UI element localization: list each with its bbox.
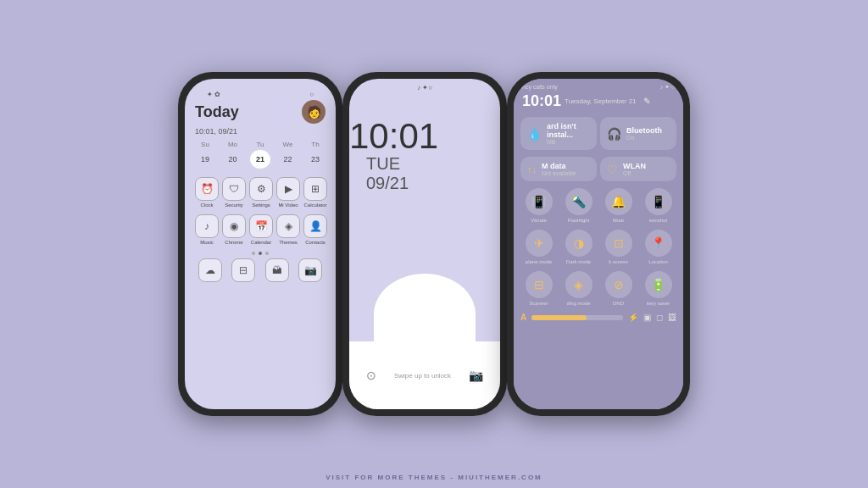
lock-date-num: 09/21 xyxy=(349,174,409,193)
lock-blob xyxy=(374,274,476,341)
qs-darkmode[interactable]: ◑ Dark mode xyxy=(560,230,597,264)
app-themes-icon: ◈ xyxy=(276,214,300,238)
lockscreen-icon: ⊡ xyxy=(605,230,632,257)
qs-scanner[interactable]: ⊟ Scanner xyxy=(520,271,557,306)
reading-icon: ◈ xyxy=(565,271,593,298)
qs-vibrate[interactable]: 📳 Vibrate xyxy=(520,188,557,223)
qs-icons-grid-1: 📳 Vibrate 🔦 Flashlight 🔔 Mute 📱 eenshot xyxy=(514,185,683,226)
app-clock[interactable]: ⏰ Clock xyxy=(195,177,219,208)
app-security-label: Security xyxy=(225,202,243,208)
qs-time-value: 10:01 xyxy=(522,92,561,110)
qs-location[interactable]: 📍 Location xyxy=(640,230,676,264)
app-gallery[interactable]: 🏔 xyxy=(262,258,292,282)
brightness-bar[interactable] xyxy=(531,315,623,320)
cal-day-20[interactable]: 20 xyxy=(223,150,243,169)
qs-tile-row-1: 💧 ard isn't instal... MB 🎧 Bluetooth On xyxy=(514,114,683,153)
app-files[interactable]: ⊟ xyxy=(229,258,259,282)
qs-flashlight[interactable]: 🔦 Flashlight xyxy=(560,188,597,223)
cal-day-19[interactable]: 19 xyxy=(195,150,215,169)
app-chrome-label: Chrome xyxy=(225,240,242,245)
airplane-icon: ✈ xyxy=(526,230,553,257)
app-music[interactable]: ♪ Music xyxy=(195,214,219,245)
cal-header-th: Th xyxy=(305,141,326,148)
qs-date-full: Tuesday, September 21 xyxy=(565,97,637,105)
bottom-icon-4[interactable]: 🖼 xyxy=(668,313,676,322)
today-title: Today xyxy=(195,103,239,121)
cal-day-21[interactable]: 21 xyxy=(250,150,270,169)
app-security[interactable]: 🛡 Security xyxy=(222,177,246,208)
app-camera[interactable]: 📷 xyxy=(296,258,326,282)
page-dots xyxy=(195,252,326,255)
app-contacts-label: Contacts xyxy=(305,240,326,245)
app-gallery-icon: 🏔 xyxy=(265,258,289,282)
screenshot-icon: 📱 xyxy=(645,188,672,215)
brightness-fill xyxy=(531,315,587,320)
cal-day-23[interactable]: 23 xyxy=(305,150,326,169)
qs-screenshot[interactable]: 📱 eenshot xyxy=(640,188,676,223)
calendar-headers: Su Mo Tu We Th xyxy=(195,141,326,148)
drop-icon: 💧 xyxy=(527,127,542,141)
qs-tile-bluetooth-disabled[interactable]: 💧 ard isn't instal... MB xyxy=(520,117,597,150)
cal-day-22[interactable]: 22 xyxy=(278,150,298,169)
app-chrome[interactable]: ◉ Chrome xyxy=(222,214,246,245)
qs-dnd[interactable]: ⊘ DND xyxy=(600,271,637,306)
camera-lock-icon[interactable]: ⊙ xyxy=(366,369,376,382)
status-bar-2: ♪ ✦ ○ xyxy=(405,79,444,93)
app-files-icon: ⊟ xyxy=(231,258,255,282)
camera-icon[interactable]: 📷 xyxy=(469,369,483,382)
qs-edit-icon[interactable]: ✎ xyxy=(643,97,650,106)
app-contacts-icon: 👤 xyxy=(303,214,327,238)
app-grid-row1: ⏰ Clock 🛡 Security ⚙ Settings ▶ Mi Video xyxy=(195,177,326,208)
qs-tile-2-sub: On xyxy=(626,135,662,141)
qs-battery-saver[interactable]: 🔋 itery saver xyxy=(640,271,676,306)
phone-2: ♪ ✦ ○ 10:01 TUE 09/21 ⊙ Swipe up to unlo… xyxy=(342,72,507,416)
app-calculator[interactable]: ⊞ Calculator xyxy=(303,177,327,208)
app-contacts[interactable]: 👤 Contacts xyxy=(303,214,327,245)
qs-reading[interactable]: ◈ ding mode xyxy=(560,271,597,306)
bottom-icon-1[interactable]: ⚡ xyxy=(628,313,638,322)
qs-lockscreen[interactable]: ⊡ k screen xyxy=(600,230,637,264)
qs-mute[interactable]: 🔔 Mute xyxy=(600,188,637,223)
app-cloud[interactable]: ☁ xyxy=(195,258,225,282)
qs-icons-grid-2: ✈ plane mode ◑ Dark mode ⊡ k screen 📍 Lo… xyxy=(514,226,683,268)
qs-tile-mobile-data[interactable]: ↑↓ M data Not available xyxy=(520,157,597,181)
qs-tile-2-label: Bluetooth xyxy=(626,126,662,135)
app-clock-label: Clock xyxy=(200,202,213,208)
bottom-icon-3[interactable]: ◻ xyxy=(656,313,663,322)
app-grid-row2: ♪ Music ◉ Chrome 📅 Calendar ◈ Themes xyxy=(195,214,326,245)
font-icon[interactable]: A xyxy=(520,313,526,322)
qs-airplane[interactable]: ✈ plane mode xyxy=(520,230,557,264)
qs-tile-1-info: ard isn't instal... MB xyxy=(547,122,590,145)
avatar[interactable]: 🧑 xyxy=(302,100,326,124)
app-themes-label: Themes xyxy=(279,240,298,245)
qs-status-bar: ncy calls only ♪ ✦ ○ xyxy=(522,84,675,91)
app-cloud-icon: ☁ xyxy=(198,258,222,282)
phone-1-content: ✦ ✿ ○ Today 🧑 10:01, 09/21 Su Mo Tu We T… xyxy=(185,79,336,409)
app-settings-icon: ⚙ xyxy=(249,177,273,201)
dot-2 xyxy=(259,252,262,255)
cal-header-mo: Mo xyxy=(223,141,243,148)
phone-1: ✦ ✿ ○ Today 🧑 10:01, 09/21 Su Mo Tu We T… xyxy=(178,72,342,416)
app-music-icon: ♪ xyxy=(195,214,219,238)
flashlight-label: Flashlight xyxy=(568,218,590,223)
vibrate-label: Vibrate xyxy=(531,218,547,223)
screenshot-label: eenshot xyxy=(649,218,667,223)
status-icons-2: ♪ ✦ xyxy=(417,84,428,92)
app-mivideo[interactable]: ▶ Mi Video xyxy=(276,177,300,208)
main-container: ✦ ✿ ○ Today 🧑 10:01, 09/21 Su Mo Tu We T… xyxy=(0,0,868,488)
app-mivideo-label: Mi Video xyxy=(278,202,298,208)
reading-label: ding mode xyxy=(566,301,590,306)
dot-3 xyxy=(265,252,269,255)
bottom-icon-2[interactable]: ▣ xyxy=(643,313,651,322)
app-settings-label: Settings xyxy=(252,202,270,208)
phone-3-content: ncy calls only ♪ ✦ ○ 10:01 Tuesday, Sept… xyxy=(514,79,683,409)
app-settings[interactable]: ⚙ Settings xyxy=(249,177,273,208)
cal-header-su: Su xyxy=(195,141,215,148)
app-calendar[interactable]: 📅 Calendar xyxy=(249,214,273,245)
qs-tile-1-label: ard isn't instal... xyxy=(547,122,590,139)
airplane-label: plane mode xyxy=(526,259,552,264)
qs-tile-wlan[interactable]: ♡ WLAN Off xyxy=(600,157,676,181)
app-themes[interactable]: ◈ Themes xyxy=(276,214,300,245)
qs-tile-bluetooth[interactable]: 🎧 Bluetooth On xyxy=(600,117,676,150)
qs-tile-1-sub: MB xyxy=(547,139,590,145)
